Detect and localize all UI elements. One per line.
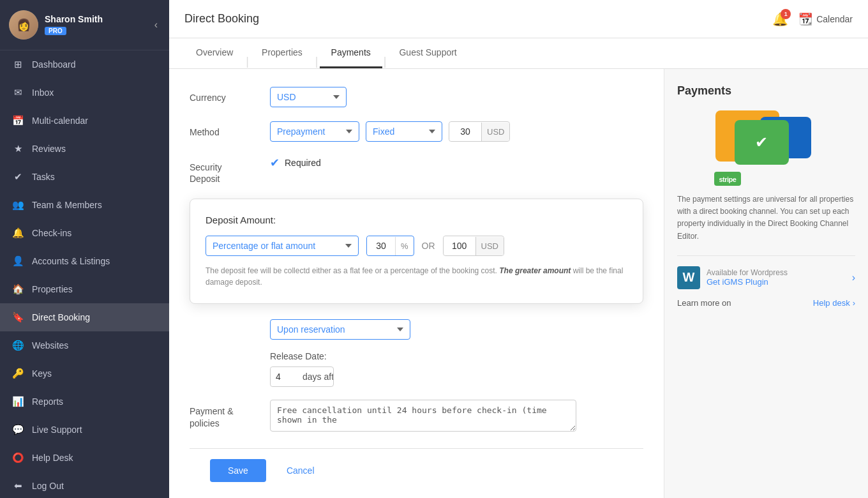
deposit-note-bold: The greater amount	[499, 266, 571, 275]
wordpress-icon: W	[677, 266, 700, 289]
method-fixed-select[interactable]: Fixed Percentage	[366, 121, 442, 142]
deposit-usd-unit: USD	[475, 237, 504, 255]
sidebar-item-label: Direct Booking	[32, 312, 90, 322]
stripe-logo-area: ✔ ─ stripe	[703, 110, 830, 181]
sidebar-item-label: Properties	[32, 284, 73, 294]
sidebar-item-multi-calendar[interactable]: 📅 Multi-calendar	[0, 107, 169, 135]
deposit-usd-input-group: USD	[443, 236, 504, 256]
sidebar-item-label: Inbox	[32, 87, 54, 98]
wordpress-link[interactable]: Get iGMS Plugin	[707, 277, 846, 287]
deposit-pct-input[interactable]	[367, 236, 395, 255]
notifications-button[interactable]: 🔔 1	[772, 11, 788, 27]
tab-properties[interactable]: Properties	[250, 38, 314, 68]
top-bar: Direct Booking 🔔 1 📆 Calendar	[169, 0, 868, 38]
sidebar-item-reviews[interactable]: ★ Reviews	[0, 135, 169, 163]
tab-guest-support[interactable]: Guest Support	[387, 38, 468, 68]
method-row: Method Prepayment Pay on arrival Fixed P…	[190, 121, 643, 142]
top-bar-actions: 🔔 1 📆 Calendar	[772, 11, 853, 27]
release-date-input-row: days after checkout	[270, 366, 643, 387]
sidebar-collapse-button[interactable]: ‹	[152, 17, 160, 33]
sidebar-item-inbox[interactable]: ✉ Inbox	[0, 79, 169, 107]
tab-separator: |	[244, 55, 250, 68]
live-support-icon: 💬	[11, 424, 24, 435]
upon-reservation-select[interactable]: Upon reservation Before check-in	[270, 319, 410, 340]
user-info: Sharon Smith PRO	[45, 14, 146, 36]
release-days-input[interactable]	[271, 367, 296, 386]
payment-policies-textarea[interactable]: Free cancellation until 24 hours before …	[270, 400, 576, 432]
sidebar-item-keys[interactable]: 🔑 Keys	[0, 359, 169, 388]
helpdesk-link[interactable]: Help desk ›	[813, 298, 855, 308]
sidebar-item-label: Accounts & Listings	[32, 256, 110, 266]
method-amount-input-group: USD	[449, 121, 510, 142]
method-label: Method	[190, 121, 260, 137]
avatar: 👩	[9, 10, 38, 40]
dashboard-icon: ⊞	[11, 59, 24, 70]
calendar-button[interactable]: 📆 Calendar	[798, 12, 853, 26]
sidebar-item-label: Websites	[32, 340, 68, 351]
accounts-icon: 👤	[11, 255, 24, 267]
tab-bar: Overview | Properties | Payments | Guest…	[169, 38, 868, 69]
method-unit: USD	[481, 123, 509, 141]
main-area: Direct Booking 🔔 1 📆 Calendar Overview |…	[169, 0, 868, 498]
sidebar-item-live-support[interactable]: 💬 Live Support	[0, 416, 169, 444]
release-date-row: Release Date: days after checkout	[270, 351, 643, 387]
checkins-icon: 🔔	[11, 227, 24, 239]
notification-badge: 1	[781, 9, 791, 19]
sidebar-item-dashboard[interactable]: ⊞ Dashboard	[0, 50, 169, 79]
save-button[interactable]: Save	[210, 459, 266, 482]
deposit-amount-title: Deposit Amount:	[206, 215, 627, 225]
sidebar-item-properties[interactable]: 🏠 Properties	[0, 275, 169, 303]
tab-payments[interactable]: Payments	[320, 38, 382, 68]
sidebar-item-accounts-listings[interactable]: 👤 Accounts & Listings	[0, 247, 169, 275]
currency-row: Currency USD EUR GBP	[190, 87, 643, 107]
sidebar-item-label: Log Out	[32, 481, 64, 491]
sidebar-item-check-ins[interactable]: 🔔 Check-ins	[0, 219, 169, 247]
deposit-type-select[interactable]: Percentage or flat amount Flat amount on…	[206, 236, 359, 256]
deposit-note-text: The deposit fee will be collectd either …	[206, 266, 499, 275]
sidebar-item-help-desk[interactable]: ⭕ Help Desk	[0, 444, 169, 472]
help-desk-icon: ⭕	[11, 452, 24, 464]
stripe-green-card: ✔	[735, 120, 789, 165]
sidebar-item-label: Dashboard	[32, 59, 76, 70]
sidebar-item-log-out[interactable]: ⬅ Log Out	[0, 472, 169, 498]
right-panel: Payments ✔ ─ stripe	[664, 69, 868, 498]
currency-select[interactable]: USD EUR GBP	[270, 87, 347, 107]
user-name: Sharon Smith	[45, 14, 146, 24]
payment-policies-controls: Free cancellation until 24 hours before …	[270, 400, 576, 434]
sidebar-item-label: Keys	[32, 368, 52, 379]
team-icon: 👥	[11, 199, 24, 211]
tasks-icon: ✔	[11, 171, 24, 183]
websites-icon: 🌐	[11, 340, 24, 351]
helpdesk-row: Learn more on Help desk ›	[677, 298, 855, 308]
deposit-pct-input-group: %	[366, 236, 414, 256]
deposit-input-row: Percentage or flat amount Flat amount on…	[206, 236, 627, 256]
sidebar-item-reports[interactable]: 📊 Reports	[0, 388, 169, 416]
right-panel-description: The payment settings are universal for a…	[677, 193, 855, 243]
wordpress-label: Available for Wordpress	[707, 268, 846, 277]
currency-controls: USD EUR GBP	[270, 87, 347, 107]
stripe-word: stripe	[719, 176, 737, 183]
user-badge: PRO	[45, 27, 66, 35]
helpdesk-link-text: Help desk	[813, 298, 850, 308]
method-amount-input[interactable]	[449, 122, 481, 141]
deposit-note: The deposit fee will be collectd either …	[206, 265, 627, 288]
calendar-label: Calendar	[816, 14, 853, 24]
reviews-icon: ★	[11, 143, 24, 155]
deposit-amount-modal: Deposit Amount: Percentage or flat amoun…	[190, 199, 643, 304]
cancel-button[interactable]: Cancel	[274, 459, 327, 482]
keys-icon: 🔑	[11, 368, 24, 379]
release-date-label: Release Date:	[270, 351, 643, 361]
deposit-usd-input[interactable]	[444, 236, 475, 255]
sidebar-item-label: Tasks	[32, 172, 55, 182]
sidebar-item-websites[interactable]: 🌐 Websites	[0, 331, 169, 359]
method-prepayment-select[interactable]: Prepayment Pay on arrival	[270, 121, 359, 142]
wordpress-row: W Available for Wordpress Get iGMS Plugi…	[677, 255, 855, 289]
sidebar-item-label: Help Desk	[32, 453, 73, 463]
release-days-input-group: days after checkout	[270, 366, 334, 387]
sidebar-item-tasks[interactable]: ✔ Tasks	[0, 163, 169, 191]
deposit-pct-unit: %	[395, 237, 414, 255]
sidebar-item-direct-booking[interactable]: 🔖 Direct Booking	[0, 303, 169, 331]
tab-overview[interactable]: Overview	[184, 38, 244, 68]
sidebar-item-team-members[interactable]: 👥 Team & Members	[0, 191, 169, 219]
chevron-right-icon: ›	[853, 298, 855, 308]
